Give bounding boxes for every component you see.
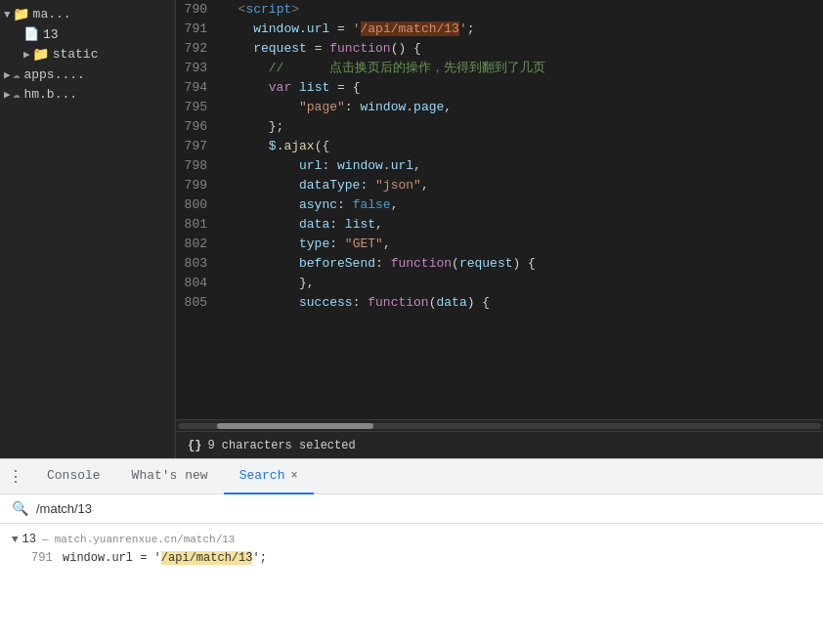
line-content-802: type: "GET", [223,235,823,254]
search-icon: 🔍 [12,500,28,517]
line-content-791: window.url = '/api/match/13'; [223,20,823,39]
result-line-number: 791 [31,551,55,565]
line-content-795: "page": window.page, [223,98,823,117]
line-num-795: 795 [176,98,223,117]
result-code-suffix: '; [252,551,266,565]
code-line-798: 798 url: window.url, [176,156,823,176]
code-line-790: 790 <script> [176,0,823,20]
cloud-icon-hm: ☁ [13,86,21,102]
code-line-793: 793 // 点击换页后的操作，先得到翻到了几页 [176,59,823,78]
line-content-801: data: list, [223,215,823,235]
search-results: ▼ 13 — match.yuanrenxue.cn/match/13 791 … [0,524,823,644]
tab-search[interactable]: Search × [224,459,314,494]
code-line-794: 794 var list = { [176,78,823,98]
line-num-791: 791 [176,20,223,39]
line-content-804: }, [223,274,823,293]
line-content-794: var list = { [223,78,823,98]
line-num-792: 792 [176,39,223,59]
tab-search-label: Search [239,468,285,483]
code-line-802: 802 type: "GET", [176,235,823,254]
line-content-800: async: false, [223,195,823,215]
tab-whats-new[interactable]: What's new [116,459,224,494]
sidebar-item-label-static: static [53,47,99,62]
result-group-domain: match.yuanrenxue.cn/match/13 [55,534,236,545]
result-line-code: window.url = '/api/match/13'; [63,551,267,565]
sidebar-item-hm[interactable]: ▶ ☁ hm.b... [0,84,175,104]
code-line-801: 801 data: list, [176,215,823,235]
editor-area: 790 <script> 791 window.url = '/api/matc… [176,0,823,458]
line-content-803: beforeSend: function(request) { [223,254,823,274]
devtools-menu-icon[interactable]: ⋮ [8,467,23,487]
tab-whats-new-label: What's new [132,468,208,483]
expand-arrow-ma: ▼ [4,9,11,21]
result-match-text: /api/match/13 [161,551,253,565]
line-num-800: 800 [176,195,223,215]
line-content-790: <script> [223,0,823,20]
sidebar-item-apps[interactable]: ▶ ☁ apps.... [0,64,175,84]
code-line-795: 795 "page": window.page, [176,98,823,117]
result-group-arrow: ▼ [12,534,19,545]
tab-console[interactable]: Console [31,459,116,494]
line-content-796: }; [223,117,823,137]
result-group: ▼ 13 — match.yuanrenxue.cn/match/13 791 … [0,528,823,569]
line-num-790: 790 [176,0,223,20]
tab-console-label: Console [47,468,101,483]
code-lines: 790 <script> 791 window.url = '/api/matc… [176,0,823,419]
sidebar-item-ma[interactable]: ▼ 📁 ma... [0,4,175,24]
expand-arrow-hm: ▶ [4,88,11,101]
line-num-804: 804 [176,274,223,293]
code-line-792: 792 request = function() { [176,39,823,59]
line-content-793: // 点击换页后的操作，先得到翻到了几页 [223,59,823,78]
code-line-799: 799 dataType: "json", [176,176,823,195]
code-line-791: 791 window.url = '/api/match/13'; [176,20,823,39]
line-num-797: 797 [176,137,223,156]
horizontal-scrollbar[interactable] [176,419,823,431]
expand-arrow-apps: ▶ [4,68,11,81]
sidebar: ▼ 📁 ma... 📄 13 ▶ 📁 static ▶ ☁ apps.... ▶… [0,0,176,458]
code-container: 790 <script> 791 window.url = '/api/matc… [176,0,823,458]
line-content-798: url: window.url, [223,156,823,176]
search-input[interactable] [36,501,811,516]
line-num-805: 805 [176,293,223,313]
line-content-797: $.ajax({ [223,137,823,156]
braces-icon: {} [188,439,201,452]
scrollbar-track[interactable] [178,423,821,429]
tab-bar: ⋮ Console What's new Search × [0,459,823,494]
sidebar-item-label-apps: apps.... [23,67,84,82]
line-num-802: 802 [176,235,223,254]
devtools-panel: ⋮ Console What's new Search × 🔍 ▼ 13 — m… [0,458,823,644]
result-group-count: 13 [22,533,36,546]
tab-search-close[interactable]: × [290,469,297,483]
result-group-header[interactable]: ▼ 13 — match.yuanrenxue.cn/match/13 [0,530,823,549]
line-num-796: 796 [176,117,223,137]
sidebar-item-13[interactable]: 📄 13 [0,24,175,44]
line-content-799: dataType: "json", [223,176,823,195]
folder-icon-ma: 📁 [13,6,29,22]
sidebar-item-label-ma: ma... [33,7,71,21]
status-bar: {} 9 characters selected [176,431,823,458]
code-line-797: 797 $.ajax({ [176,137,823,156]
cloud-icon-apps: ☁ [13,66,21,82]
line-num-794: 794 [176,78,223,98]
sidebar-item-label-13: 13 [43,27,59,42]
line-num-803: 803 [176,254,223,274]
sidebar-item-static[interactable]: ▶ 📁 static [0,44,175,64]
line-content-792: request = function() { [223,39,823,59]
code-line-804: 804 }, [176,274,823,293]
expand-arrow-static: ▶ [23,48,30,61]
sidebar-item-label-hm: hm.b... [23,87,77,102]
code-line-800: 800 async: false, [176,195,823,215]
result-line-791[interactable]: 791 window.url = '/api/match/13'; [0,549,823,567]
selected-text-status: 9 characters selected [207,439,355,452]
file-icon-13: 📄 [23,26,39,42]
line-num-798: 798 [176,156,223,176]
line-num-801: 801 [176,215,223,235]
line-num-799: 799 [176,176,223,195]
scrollbar-thumb[interactable] [217,423,373,429]
result-group-url: — [42,534,49,545]
code-line-796: 796 }; [176,117,823,137]
main-area: ▼ 📁 ma... 📄 13 ▶ 📁 static ▶ ☁ apps.... ▶… [0,0,823,458]
result-code-prefix: window.url = ' [63,551,161,565]
folder-icon-static: 📁 [32,46,49,63]
line-content-805: success: function(data) { [223,293,823,313]
